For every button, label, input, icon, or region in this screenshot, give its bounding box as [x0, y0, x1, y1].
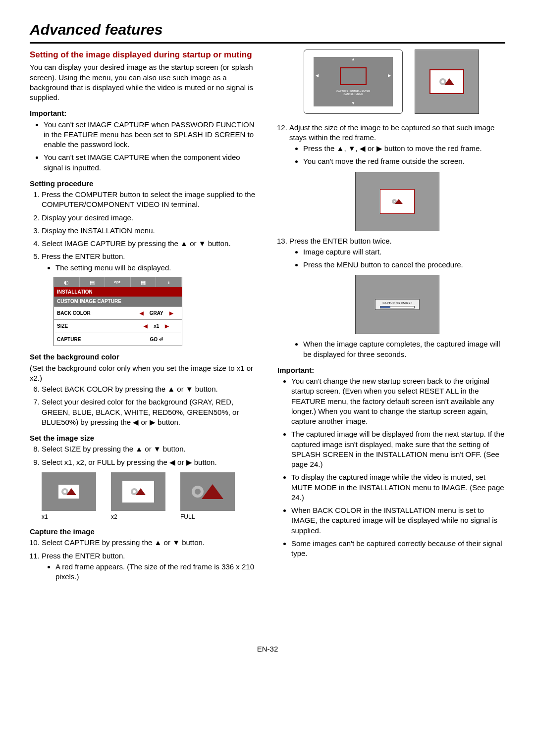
section-heading: Setting of the image displayed during st… [30, 50, 258, 61]
step-text: Press the [303, 144, 337, 152]
page-title: Advanced features [30, 20, 505, 44]
step-12-sub: You can't move the red frame outside the… [303, 156, 505, 166]
down-arrow-icon: ▼ [348, 144, 356, 152]
step-4-text: or [188, 239, 199, 248]
step-text: Select BACK COLOR by pressing the [42, 385, 167, 393]
up-arrow-icon: ▲ [155, 538, 162, 547]
important-item: You can't set IMAGE CAPTURE when the com… [44, 152, 258, 173]
right-column: ▲ ◀ ▶ CAPTURE : ENTER + ENTERCANCEL : ME… [277, 50, 505, 585]
thumb-icon [58, 485, 79, 499]
up-arrow-icon: ▲ [135, 445, 143, 453]
right-arrow-icon: ▶ [388, 73, 393, 79]
step-text: or [175, 385, 186, 393]
menu-row-label: CAPTURE [54, 333, 131, 346]
step-4: Select IMAGE CAPTURE by pressing the ▲ o… [42, 239, 258, 249]
step-12: Adjust the size of the image to be captu… [289, 123, 505, 231]
step-text: button. [161, 445, 186, 453]
tab-opt: opt. [105, 277, 131, 287]
step-1: Press the COMPUTER button to select the … [42, 190, 258, 210]
step-text: Press the ENTER button twice. [289, 237, 392, 245]
menu-row-value: x1 [154, 323, 159, 330]
menu-tabs: ◐ ▤ opt. ▦ i [54, 277, 182, 287]
step-13-sub: When the image capture completes, the ca… [303, 339, 505, 359]
red-frame-thumb [380, 189, 415, 214]
right-arrow-icon: ▶ [186, 458, 192, 466]
right-arrow-icon: ▶ [376, 144, 382, 152]
thumb-icon [180, 472, 235, 511]
step-13-sub: Image capture will start. [303, 247, 505, 257]
capture-panel: CAPTURING IMAGE ! [355, 275, 439, 334]
size-preview-full: FULL [180, 472, 235, 521]
menu-row-size: SIZE ◀x1▶ [54, 319, 182, 333]
menu-row-label: BACK COLOR [54, 307, 131, 320]
screen-inner: ▲ ◀ ▶ CAPTURE : ENTER + ENTERCANCEL : ME… [314, 57, 393, 106]
right-arrow-icon: ▶ [165, 323, 169, 330]
step-13: Press the ENTER button twice. Image capt… [289, 236, 505, 359]
down-arrow-icon: ▼ [351, 101, 355, 106]
important-label-2: Important: [277, 365, 505, 375]
step-12-sub: Press the ▲, ▼, ◀ or ▶ button to move th… [303, 144, 505, 153]
step-text: button. [156, 418, 180, 426]
up-arrow-icon: ▲ [351, 57, 355, 62]
procedure-list-2: Select BACK COLOR by pressing the ▲ or ▼… [30, 384, 258, 427]
illustration-capturing: CAPTURING IMAGE ! [289, 275, 505, 334]
important-item: You can't set IMAGE CAPTURE when PASSWOR… [44, 120, 258, 150]
zoom-inner [429, 69, 464, 94]
capturing-label: CAPTURING IMAGE ! [382, 301, 412, 305]
procedure-list: Press the COMPUTER button to select the … [30, 190, 258, 346]
step-text: Adjust the size of the image to be captu… [289, 123, 494, 142]
step-text: Press the ENTER button. [42, 552, 125, 560]
procedure-list-right: Adjust the size of the image to be captu… [277, 123, 505, 359]
important-list-2: You can't change the new startup screen … [277, 376, 505, 558]
step-3: Display the INSTALLATION menu. [42, 226, 258, 236]
intro-text: You can display your desired image as th… [30, 62, 258, 102]
size-label: x2 [111, 513, 165, 521]
illustration-top: ▲ ◀ ▶ CAPTURE : ENTER + ENTERCANCEL : ME… [277, 50, 505, 114]
capture-heading: Capture the image [30, 527, 258, 537]
menu-row-backcolor: BACK COLOR ◀GRAY▶ [54, 306, 182, 320]
step-8: Select SIZE by pressing the ▲ or ▼ butto… [42, 444, 258, 454]
left-arrow-icon: ◀ [169, 458, 175, 466]
important-item: Some images can't be captured correctly … [291, 539, 505, 559]
size-label: FULL [180, 513, 235, 521]
size-previews: x1 x2 FULL [42, 472, 258, 521]
step-13-sub: Press the MENU button to cancel the proc… [303, 260, 505, 270]
important-item: When BACK COLOR in the INSTALLATION menu… [291, 505, 505, 536]
step-9: Select x1, x2, or FULL by pressing the ◀… [42, 457, 258, 467]
menu-subtitle: CUSTOM IMAGE CAPTURE [54, 297, 182, 306]
size-preview-x1: x1 [42, 472, 96, 521]
menu-preview: ◐ ▤ opt. ▦ i INSTALLATION CUSTOM IMAGE C… [54, 277, 182, 347]
frame-label: CAPTURE : ENTER + ENTERCANCEL : MENU [336, 90, 370, 96]
step-10: Select CAPTURE by pressing the ▲ or ▼ bu… [42, 538, 258, 548]
step-text: Select CAPTURE by pressing the [42, 538, 155, 547]
step-5-text: Press the ENTER button. [42, 252, 125, 260]
important-item: You can't change the new startup screen … [291, 376, 505, 426]
step-text: or [161, 538, 172, 547]
step-text: or [143, 445, 154, 453]
left-arrow-icon: ◀ [144, 323, 148, 330]
left-arrow-icon: ◀ [360, 144, 366, 152]
right-arrow-icon: ▶ [169, 310, 173, 317]
right-arrow-icon: ▶ [150, 418, 156, 426]
up-arrow-icon: ▲ [337, 144, 344, 152]
down-arrow-icon: ▼ [172, 538, 180, 547]
step-text: button. [192, 458, 217, 466]
menu-title: INSTALLATION [54, 287, 182, 297]
step-text: button. [193, 385, 218, 393]
capture-panel [355, 172, 439, 231]
size-preview-x2: x2 [111, 472, 165, 521]
illustration-mid [289, 172, 505, 231]
capturing-bar: CAPTURING IMAGE ! [375, 299, 420, 310]
red-frame [340, 67, 367, 85]
important-label: Important: [30, 108, 258, 118]
size-heading: Set the image size [30, 433, 258, 443]
step-4-text: Select IMAGE CAPTURE by pressing the [42, 239, 180, 248]
tab-icon: ▦ [131, 277, 157, 287]
thumb-icon [122, 481, 154, 503]
step-11: Press the ENTER button. A red frame appe… [42, 551, 258, 582]
step-11-sub: A red frame appears. (The size of the re… [55, 562, 258, 582]
up-arrow-icon: ▲ [167, 385, 175, 393]
important-list: You can't set IMAGE CAPTURE when PASSWOR… [30, 120, 258, 173]
step-text: button to move the red frame. [382, 144, 482, 152]
page-number: EN-32 [30, 644, 505, 654]
